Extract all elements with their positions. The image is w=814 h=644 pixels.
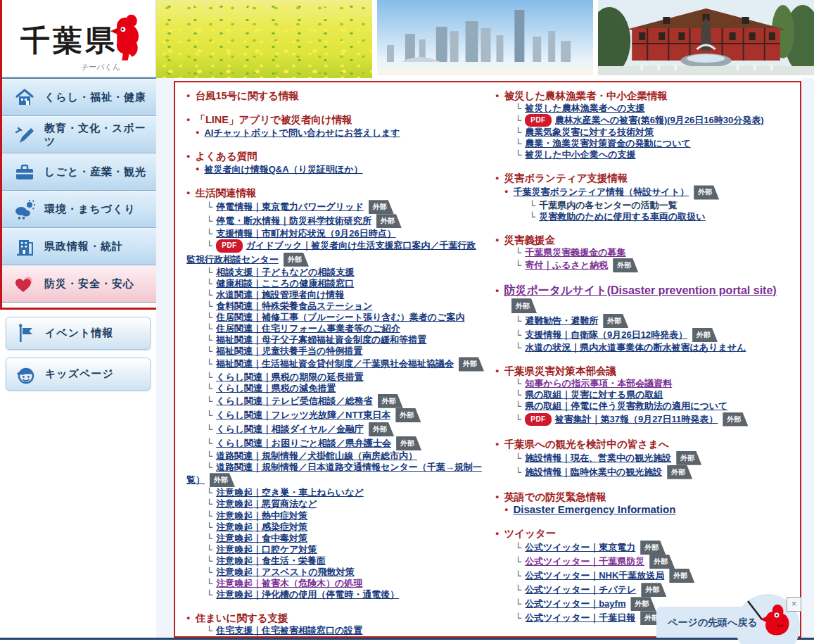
content-link[interactable]: 住居関連｜補修工事（ブルーシート張り含む）業者のご案内 — [216, 312, 464, 322]
sidebar-item-6[interactable]: 防災・安全・安心 — [2, 265, 156, 303]
content-link[interactable]: 支援情報｜自衛隊（9月26日12時発表） — [525, 329, 687, 340]
content-section: ●被災した農林漁業者・中小企業情報└被災した農林漁業者への支援└PDF農林水産業… — [495, 90, 793, 160]
section-heading-link[interactable]: 防災ポータルサイト(Disaster prevention portal sit… — [504, 284, 776, 296]
content-link[interactable]: 停電・断水情報｜防災科学技術研究所 — [216, 215, 371, 226]
section-heading-row: ●災害ボランティア支援情報 — [495, 172, 793, 184]
section-heading-row: ●被災した農林漁業者・中小企業情報 — [495, 90, 793, 102]
sidebar-item-2[interactable]: 教育・文化・スポーツ — [2, 116, 156, 153]
content-section: ●防災ポータルサイト(Disaster prevention portal si… — [495, 284, 793, 353]
content-link[interactable]: AIチャットボットで問い合わせにお答えします — [204, 127, 400, 138]
section-items: └避難勧告・避難所外部└支援情報｜自衛隊（9月26日12時発表）外部└水道の状況… — [495, 314, 793, 353]
content-link[interactable]: 道路関連｜規制情報／犬掛館山線（南房総市内） — [216, 450, 417, 461]
content-link[interactable]: 注意喚起｜悪質商法など — [216, 498, 317, 509]
content-link[interactable]: 公式ツイッター｜千葉県防災 — [525, 556, 644, 567]
content-link[interactable]: 福祉関連｜生活福祉資金貸付制度／千葉県社会福祉協議会 — [216, 358, 454, 369]
content-link[interactable]: 農林水産業への被害(第6報)(9月26日16時30分発表) — [555, 115, 764, 125]
sidebar-item-4[interactable]: 環境・まちづくり — [2, 191, 156, 228]
content-link[interactable]: くらし関連｜相談ダイヤル／金融庁 — [216, 424, 364, 434]
content-link[interactable]: 農業気象災害に対する技術対策 — [525, 127, 654, 137]
content-link[interactable]: 福祉関連｜母子父子寡婦福祉資金制度の緩和等措置 — [216, 334, 426, 345]
site-logo-title[interactable]: 千葉県 — [20, 21, 117, 61]
content-link[interactable]: 水道関連｜施設管理者向け情報 — [216, 289, 344, 300]
site-logo[interactable]: 千葉県 チーバくん — [2, 0, 156, 77]
content-link[interactable]: 支援情報｜市町村対応状況（9月26日時点） — [216, 228, 395, 239]
content-link[interactable]: 避難勧告・避難所 — [525, 315, 598, 326]
sidebar-button[interactable]: キッズページ — [6, 358, 151, 391]
content-link[interactable]: 公式ツイッター｜bayfm — [525, 598, 625, 609]
tree-branch-icon: └ — [206, 240, 212, 251]
content-link[interactable]: 被災した中小企業への支援 — [525, 149, 635, 160]
content-link[interactable]: 被災した農林漁業者への支援 — [525, 103, 644, 113]
close-icon[interactable]: × — [787, 597, 801, 612]
content-link[interactable]: 施設情報｜臨時休業中の観光施設 — [525, 467, 662, 477]
sidebar-item-3[interactable]: しごと・産業・観光 — [2, 153, 156, 191]
content-link[interactable]: くらし関連｜テレビ受信相談／総務省 — [216, 396, 373, 406]
list-item: └水道関連｜施設管理者向け情報 — [186, 289, 484, 301]
content-link[interactable]: 被害集計｜第37報（9月27日11時発表） — [555, 414, 718, 424]
tree-branch-icon: └ — [515, 389, 521, 400]
sidebar-button[interactable]: イベント情報 — [6, 317, 151, 350]
content-link[interactable]: 食料関連｜特殊栄養食品ステーション — [216, 301, 372, 311]
content-link[interactable]: 停電情報｜東京電力パワーグリッド — [216, 201, 364, 212]
content-link[interactable]: 健康相談｜こころの健康相談窓口 — [216, 278, 354, 289]
content-link[interactable]: 注意喚起｜浄化槽の使用（停電時・通電後） — [216, 589, 399, 600]
tree-branch-icon: └ — [515, 467, 521, 477]
list-item: └農業・漁業災害対策資金の発動について — [495, 138, 793, 149]
sidebar-item-1[interactable]: くらし・福祉・健康 — [2, 79, 156, 116]
content-link[interactable]: 県の取組｜災害に対する県の取組 — [525, 389, 663, 400]
list-item: └注意喚起｜熱中症対策 — [186, 510, 484, 522]
pen-icon — [14, 125, 35, 146]
content-link[interactable]: 千葉災害ボランティア情報（特設サイト） — [513, 187, 689, 197]
content-link[interactable]: 千葉県災害義援金の募集 — [525, 247, 625, 258]
content-link[interactable]: 住宅支援｜住宅被害相談窓口の設置 — [216, 625, 362, 636]
content-link[interactable]: 相談支援｜子どもなどの相談支援 — [216, 267, 354, 277]
tree-branch-icon: └ — [515, 453, 521, 463]
tree-branch-icon: └ — [206, 462, 212, 472]
content-link[interactable]: 災害救助のために使用する車両の取扱い — [539, 211, 705, 222]
content-link[interactable]: 県の取組｜停電に伴う災害救助法の適用について — [525, 400, 727, 411]
content-link[interactable]: 注意喚起｜熱中症対策 — [216, 510, 307, 521]
content-link[interactable]: くらし関連｜県税の減免措置 — [216, 383, 336, 393]
content-link[interactable]: 知事からの指示事項・本部会議資料 — [525, 378, 672, 389]
content-link[interactable]: 注意喚起｜食中毒対策 — [216, 533, 307, 543]
chiba-kun-pointer-icon — [745, 598, 791, 638]
content-link[interactable]: 公式ツイッター｜チバテレ — [525, 584, 636, 595]
content-link[interactable]: Disaster Emergency Information — [513, 503, 675, 515]
list-item: └注意喚起｜アスベストの飛散対策 — [186, 567, 484, 578]
list-item: └停電・断水情報｜防災科学技術研究所外部 — [186, 214, 484, 228]
tree-branch-icon: └ — [529, 200, 535, 210]
content-link[interactable]: 寄付｜ふるさと納税 — [525, 260, 608, 270]
sidebar: 千葉県 チーバくん くらし・福祉・健康教育・文化・スポーツしごと・産業・観光環境… — [0, 0, 156, 310]
content-link[interactable]: 農業・漁業災害対策資金の発動について — [525, 138, 691, 149]
content-link[interactable]: 公式ツイッター｜NHK千葉放送局 — [525, 570, 664, 581]
content-link[interactable]: 福祉関連｜児童扶養手当の特例措置 — [216, 346, 362, 356]
content-link[interactable]: 注意喚起｜被害木（危険木）の処理 — [216, 578, 362, 588]
section-items: ●AIチャットボットで問い合わせにお答えします — [186, 127, 484, 139]
content-link[interactable]: 注意喚起｜口腔ケア対策 — [216, 544, 317, 555]
content-link[interactable]: くらし関連｜県税の期限の延長措置 — [216, 372, 363, 382]
heart-icon — [14, 274, 35, 295]
content-link[interactable]: 公式ツイッター｜千葉日報 — [525, 612, 635, 623]
external-badge: 外部 — [641, 583, 666, 597]
content-link[interactable]: くらし関連｜お困りごと相談／県弁護士会 — [216, 438, 391, 448]
list-item: └PDF被害集計｜第37報（9月27日11時発表）外部 — [495, 412, 793, 427]
sidebar-item-5[interactable]: 県政情報・統計 — [2, 228, 156, 265]
content-link[interactable]: 注意喚起｜アスベストの飛散対策 — [216, 567, 355, 577]
content-column-right: ●被災した農林漁業者・中小企業情報└被災した農林漁業者への支援└PDF農林水産業… — [495, 88, 793, 636]
section-heading: 英語での防災緊急情報 — [504, 491, 606, 503]
content-link[interactable]: 公式ツイッター｜東京電力 — [525, 542, 635, 553]
content-link[interactable]: 水道の状況｜県内水道事業体の断水被害はありません — [525, 342, 746, 353]
tree-branch-icon: └ — [206, 301, 212, 311]
content-link[interactable]: くらし関連｜フレッツ光故障／NTT東日本 — [216, 410, 390, 420]
flag-icon — [15, 323, 37, 344]
content-link[interactable]: 施設情報｜現在、営業中の観光施設 — [525, 453, 671, 463]
back-to-top-label[interactable]: ページの先頭へ戻る — [668, 617, 758, 629]
bullet-icon: ● — [495, 441, 499, 448]
content-link[interactable]: 注意喚起｜感染症対策 — [216, 522, 307, 532]
content-link[interactable]: 被災者向け情報Q&A（り災証明ほか） — [204, 164, 362, 175]
tree-branch-icon: └ — [515, 342, 521, 353]
content-link[interactable]: 注意喚起｜空き巣・車上ねらいなど — [216, 487, 364, 498]
content-link[interactable]: 注意喚起｜食生活・栄養面 — [216, 555, 326, 566]
content-link[interactable]: 住居関連｜住宅リフォーム事業者等のご紹介 — [216, 323, 400, 334]
back-to-top-widget[interactable]: ページの先頭へ戻る × — [656, 597, 801, 638]
